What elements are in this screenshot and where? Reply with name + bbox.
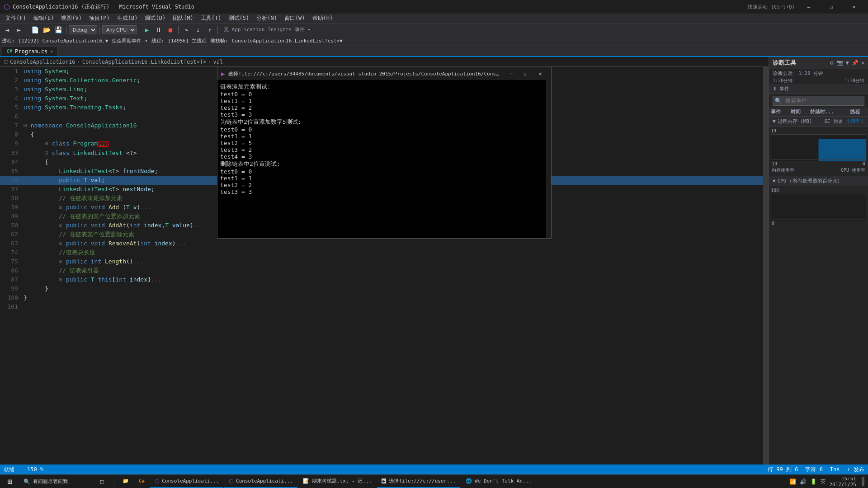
- menu-tools[interactable]: 工具(T): [197, 14, 225, 23]
- step-over[interactable]: ↷: [181, 25, 192, 35]
- taskbar-cs-doc[interactable]: C#: [134, 475, 149, 488]
- pause-button[interactable]: ⏸: [153, 25, 164, 35]
- taskbar-vs-1-label: ConsoleApplicati...: [162, 478, 219, 484]
- menu-test[interactable]: 测试(S): [225, 14, 253, 23]
- toolbar-separator-2: [66, 26, 66, 34]
- taskbar-apps: 📁 C# ⬡ ConsoleApplicati... ⬡ ConsoleAppl…: [116, 475, 786, 488]
- no-app-insights: 无 Application Insights 事件 •: [224, 26, 311, 33]
- code-line-63: 63 ⊞ public void RemoveAt(int index)...: [0, 239, 763, 248]
- menu-analyze[interactable]: 分析(N): [253, 14, 281, 23]
- cpu-chart-labels: 0: [771, 221, 866, 226]
- taskbar-console-label: 选择file:///c://user...: [389, 478, 456, 484]
- menu-build[interactable]: 生成(B): [113, 14, 142, 23]
- code-area: ⬡ ConsoleApplication16 › ConsoleApplicat…: [0, 57, 769, 465]
- menu-edit[interactable]: 编辑(E): [30, 14, 58, 23]
- memory-chart-labels: 19 0: [771, 161, 866, 166]
- taskbar-right: 📶 🔊 🔋 英 15:51 2017/1/25: [786, 476, 868, 488]
- stack-value: ConsoleApplication16.LinkedListTest<▼: [232, 38, 343, 44]
- step-out[interactable]: ↑: [204, 25, 215, 35]
- events-section-header[interactable]: ⏸ 事件: [769, 84, 868, 94]
- console-scrollbar[interactable]: [546, 80, 551, 238]
- cpu-collapse-icon: ▼: [773, 178, 776, 184]
- platform-dropdown[interactable]: Any CPU: [102, 25, 137, 34]
- status-left: 就绪 150 %: [4, 466, 43, 474]
- menu-window[interactable]: 窗口(W): [281, 14, 309, 23]
- code-line-101: 101: [0, 302, 763, 311]
- publish-label: ↑ 发布: [847, 466, 864, 474]
- close-button[interactable]: ✕: [844, 0, 864, 14]
- quick-launch: 快速启动 (Ctrl+Q): [748, 4, 795, 10]
- minimize-button[interactable]: —: [798, 0, 819, 14]
- svg-rect-1: [819, 139, 866, 161]
- tab-close-button[interactable]: ✕: [50, 49, 53, 54]
- bc-member: val: [213, 59, 223, 65]
- bc-class: ConsoleApplication16.LinkedListTest<T>: [82, 59, 207, 65]
- console-title: 选择file:///c:/users/34485/documents/visua…: [228, 70, 500, 77]
- forward-button[interactable]: ►: [14, 25, 24, 35]
- search-events-box[interactable]: 🔍: [773, 96, 864, 106]
- stop-button[interactable]: ■: [165, 25, 176, 35]
- console-output: 链表添加元素测试: test0 = 0 test1 = 1 test2 = 2 …: [217, 80, 546, 238]
- window-title: ConsoleApplication16 (正在运行) - Microsoft …: [13, 3, 194, 11]
- menu-project[interactable]: 项目(P): [85, 14, 113, 23]
- console-close[interactable]: ✕: [533, 67, 547, 80]
- taskbar-notepad-label: 期末考试题.txt - 记...: [312, 478, 372, 484]
- gc-label: GC: [825, 119, 830, 124]
- camera-icon[interactable]: 📷: [836, 60, 843, 66]
- start-button[interactable]: ⊞: [0, 475, 20, 488]
- bc-arrow-1: ›: [77, 59, 80, 65]
- taskbar-browser[interactable]: 🌐 We Don't Talk An...: [461, 475, 536, 488]
- session-time-label: 诊断会话: 1:28 分钟: [773, 70, 823, 77]
- tab-program-cs[interactable]: C# Program.cs ✕: [2, 46, 58, 56]
- menu-team[interactable]: 团队(M): [169, 14, 197, 23]
- memory-label: 进程内存 (MB): [778, 118, 812, 125]
- task-view-button[interactable]: ⬚: [92, 475, 112, 488]
- process-value: [12192] ConsoleApplication16.▼: [19, 38, 108, 44]
- diagnostics-header: 诊断工具 ⚙ 📷 ▼ 📌 ✕: [769, 57, 868, 69]
- taskbar-vs-1[interactable]: ⬡ ConsoleApplicati...: [150, 475, 223, 488]
- back-button[interactable]: ◄: [2, 25, 13, 35]
- menu-view[interactable]: 视图(V): [57, 14, 85, 23]
- toolbar-separator-6: [217, 26, 218, 34]
- save-button[interactable]: 💾: [53, 25, 64, 35]
- menu-help[interactable]: 帮助(H): [309, 14, 337, 23]
- console-maximize[interactable]: ☐: [519, 67, 533, 80]
- diagnostics-panel: 诊断工具 ⚙ 📷 ▼ 📌 ✕ 诊断会话: 1:28 分钟 1:20分钟 1:30…: [769, 57, 868, 465]
- menu-bar: 文件(F) 编辑(E) 视图(V) 项目(P) 生成(B) 调试(D) 团队(M…: [0, 14, 868, 23]
- memory-section-header[interactable]: ▼ 进程内存 (MB) GC 快速 专用字节: [769, 117, 868, 127]
- taskbar-console[interactable]: ▶ 选择file:///c://user...: [377, 475, 460, 488]
- close-panel-icon[interactable]: ✕: [861, 60, 864, 66]
- code-line-87: 87 ⊞ public T this[int index]...: [0, 275, 763, 284]
- process-label: 进程:: [2, 38, 15, 44]
- breadcrumb: ⬡ ConsoleApplication16 › ConsoleApplicat…: [0, 57, 769, 67]
- search-taskbar-button[interactable]: 🔍 有问题尽管问我: [20, 475, 92, 488]
- code-scrollbar[interactable]: [763, 67, 769, 465]
- show-desktop-button[interactable]: [862, 477, 864, 486]
- console-minimize[interactable]: —: [504, 67, 519, 80]
- taskbar-notepad[interactable]: 📝 期末考试题.txt - 记...: [298, 475, 376, 488]
- browser-icon: 🌐: [466, 478, 472, 484]
- menu-file[interactable]: 文件(F): [2, 14, 30, 23]
- main-content: ⬡ ConsoleApplication16 › ConsoleApplicat…: [0, 57, 868, 465]
- taskbar-vs-2[interactable]: ⬡ ConsoleApplicati...: [224, 475, 297, 488]
- taskbar-explorer[interactable]: 📁: [118, 475, 133, 488]
- pin-icon[interactable]: 📌: [852, 60, 859, 66]
- status-ready: 就绪: [4, 466, 14, 474]
- toolbar-separator-1: [27, 26, 27, 34]
- maximize-button[interactable]: ☐: [821, 0, 842, 14]
- config-dropdown[interactable]: Debug: [69, 25, 97, 34]
- timeline-labels: 1:20分钟 1:30分钟: [769, 78, 868, 84]
- cpu-section-header[interactable]: ▼ CPU (所有处理器的百分比): [769, 176, 868, 186]
- search-events-input[interactable]: [783, 98, 864, 104]
- step-into[interactable]: ↓: [193, 25, 203, 35]
- time-label-left: 1:20分钟: [773, 78, 793, 84]
- new-project-button[interactable]: 📄: [29, 25, 40, 35]
- settings-icon[interactable]: ⚙: [830, 60, 833, 66]
- menu-debug[interactable]: 调试(D): [141, 14, 169, 23]
- vs-logo: ⬡: [4, 3, 10, 11]
- open-button[interactable]: 📂: [41, 25, 52, 35]
- filter-icon[interactable]: ▼: [846, 60, 849, 66]
- line-col: 行 99 列 6: [768, 466, 798, 474]
- run-button[interactable]: ▶: [142, 25, 152, 35]
- memory-collapse-icon: ▼: [773, 118, 776, 124]
